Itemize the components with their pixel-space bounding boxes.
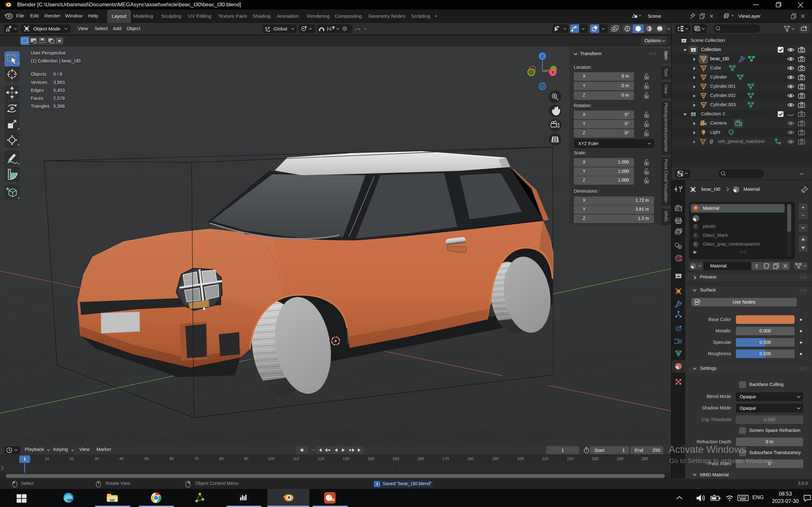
- svg-text:Z: Z: [541, 54, 544, 59]
- svg-text:X: X: [552, 70, 554, 75]
